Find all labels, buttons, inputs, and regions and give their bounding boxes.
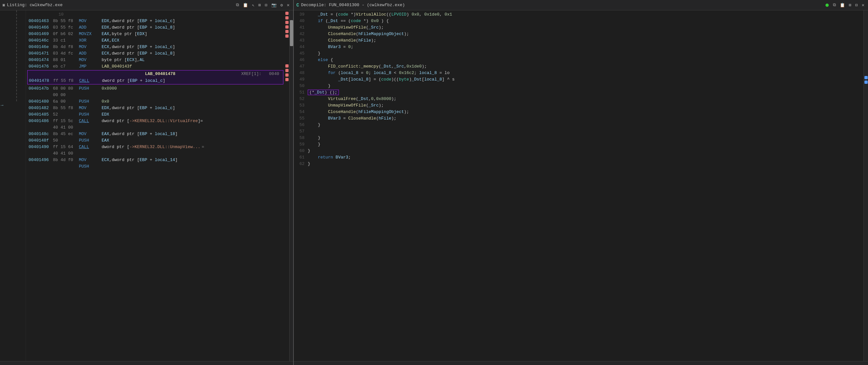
code-line-0040148c[interactable]: 0040148c 8b 45 ec MOV EAX,dword ptr [EBP… [27,130,283,137]
code-area[interactable]: 10 00401463 8b 55 f8 MOV EDX,dword ptr [… [26,10,285,361]
listing-title-bar: ▣ Listing: cwlkewfbz.exe ⧉ 📋 ↖ ⊞ ⊟ 📷 ⚙ ✕ [0,0,293,10]
code-line-continuation1: 00 00 [27,92,283,98]
dc-line-58: 58 } [297,134,861,141]
dc-line-51: 51 (*_Dst) (); [297,89,861,95]
decompile-close-btn[interactable]: ✕ [862,2,864,8]
flow-arrow-indicator: → [1,102,3,108]
code-line-0040146e[interactable]: 0040146e 8b 4d f8 MOV ECX,dword ptr [EBP… [27,43,283,50]
decompile-code-area[interactable]: 39 _Dst = (code *)VirtualAlloc((LPVOID) … [294,10,864,361]
flow-gutter: → [0,10,26,361]
code-line-00401478-call[interactable]: 00401478 ff 55 f8 CALL dword ptr [EBP + … [27,77,283,85]
decompile-right-bar [864,10,868,361]
margin-dot-10 [285,78,288,81]
margin-dot-1 [285,12,288,15]
dc-line-40: 40 if (_Dst == (code *) 0x0 ) { [297,18,861,24]
dc-line-46: 46 else { [297,57,861,63]
toolbar-settings-icon[interactable]: ⚙ [280,3,283,8]
dc-line-50: 50 } [297,83,861,89]
dc-line-62: 62 } [297,160,861,167]
dc-line-39: 39 _Dst = (code *)VirtualAlloc((LPVOID) … [297,11,861,18]
toolbar-paste-icon[interactable]: 📋 [243,3,248,8]
code-line-00401469[interactable]: 00401469 0f b6 02 MOVZX EAX,byte ptr [ED… [27,31,283,37]
listing-scrollbar[interactable] [289,10,293,361]
code-line-00401476[interactable]: 00401476 eb c7 JMP LAB_0040143f [27,63,283,69]
code-line-00401480[interactable]: 00401480 6a 00 PUSH 0x0 [27,98,283,104]
dc-line-48: 48 for (local_8 = 0; local_8 < 0x16c2; l… [297,69,861,76]
toolbar-camera-icon[interactable]: 📷 [271,3,277,8]
dc-line-47: 47 FID_conflict:_memcpy(_Dst,_Src,0x1de0… [297,63,861,69]
dc-line-59: 59 } [297,141,861,147]
flow-line [16,10,17,101]
decompile-panel: C Decompile: FUN_00401300 - (cwlkewfbz.e… [294,0,868,365]
code-line-0040147b[interactable]: 0040147b 68 00 80 PUSH 0x8000 [27,85,283,92]
listing-panel: ▣ Listing: cwlkewfbz.exe ⧉ 📋 ↖ ⊞ ⊟ 📷 ⚙ ✕… [0,0,294,365]
dc-line-54: 54 CloseHandle(hFileMappingObject); [297,109,861,115]
decompile-hscrollbar[interactable] [294,361,868,365]
dc-line-56: 56 } [297,121,861,128]
decompile-body: 39 _Dst = (code *)VirtualAlloc((LPVOID) … [294,10,868,361]
margin-dot-5 [285,30,288,33]
decompile-margin-dot-2 [864,81,868,84]
dc-line-60: 60 } [297,147,861,154]
code-line-0040148f[interactable]: 0040148f 50 PUSH EAX [27,137,283,144]
listing-close-btn[interactable]: ✕ [287,2,289,8]
code-line-00401486-call[interactable]: 00401486 ff 15 5c CALL dword ptr [->KERN… [27,118,283,124]
toolbar-table-icon[interactable]: ⊞ [258,3,261,8]
margin-dot-8 [285,69,288,72]
decompile-toolbar-icon4[interactable]: ⊟ [855,3,858,8]
code-line-00401466[interactable]: 00401466 03 55 fc ADD EDX,dword ptr [EBP… [27,24,283,31]
listing-title-text: Listing: cwlkewfbz.exe [7,3,233,7]
dc-line-52: 52 VirtualFree(_Dst,0,0x8000); [297,95,861,102]
margin-dot-7 [285,64,288,67]
label-line-00401478: LAB_00401478 XREF[1]: 0040 [27,70,283,77]
margin-dot-4 [285,25,288,29]
code-line-00401471[interactable]: 00401471 03 4d fc ADD ECX,dword ptr [EBP… [27,50,283,57]
listing-hscrollbar[interactable] [0,361,293,365]
code-line-00401485[interactable]: 00401485 52 PUSH EDX [27,111,283,118]
status-green-dot [826,4,829,7]
dc-line-57: 57 [297,128,861,134]
code-line-continuation2: 40 41 00 [27,124,283,130]
code-line-partial[interactable]: PUSH [27,163,283,170]
decompile-toolbar-icon3[interactable]: ⊞ [849,3,851,8]
dc-line-55: 55 BVar3 = CloseHandle(hFile); [297,115,861,121]
decompile-icon: C [297,3,299,8]
code-line-00401496[interactable]: 00401496 8b 4d f0 MOV ECX,dword ptr [EBP… [27,156,283,163]
margin-dot-6 [285,34,288,38]
dc-line-41: 41 UnmapViewOfFile(_Src); [297,24,861,31]
dc-line-45: 45 } [297,50,861,57]
dc-line-49: 49 _Dst[local_8] = (code)((byte)_Dst[loc… [297,76,861,83]
dc-line-43: 43 CloseHandle(hFile); [297,37,861,43]
toolbar-graph-icon[interactable]: ⊟ [265,3,268,8]
dc-highlight-box: (*_Dst) (); [308,90,339,95]
listing-body: → 10 00401463 8b 55 f8 MOV EDX,dword ptr… [0,10,293,361]
code-line-00401463[interactable]: 00401463 8b 55 f8 MOV EDX,dword ptr [EBP… [27,18,283,24]
decompile-toolbar-icon1[interactable]: ⧉ [833,3,836,7]
code-line-continuation3: 40 41 00 [27,150,283,156]
dc-line-42: 42 CloseHandle(hFileMappingObject); [297,31,861,37]
margin-dot-9 [285,73,288,77]
scrollbar-thumb[interactable] [290,20,293,46]
toolbar-cursor-icon[interactable]: ↖ [252,3,254,8]
decompile-title-text: Decompile: FUN_00401300 - (cwlkewfbz.exe… [301,3,824,7]
code-line-0040146c[interactable]: 0040146c 33 c1 XOR EAX,ECX [27,37,283,43]
line-10: 10 [27,11,283,18]
right-margin [285,10,289,361]
decompile-title-bar: C Decompile: FUN_00401300 - (cwlkewfbz.e… [294,0,868,10]
margin-dot-3 [285,21,288,24]
margin-dot-2 [285,16,288,20]
code-line-00401482[interactable]: 00401482 8b 55 f8 MOV EDX,dword ptr [EBP… [27,104,283,111]
dc-line-53: 53 UnmapViewOfFile(_Src); [297,102,861,109]
code-line-00401474[interactable]: 00401474 88 01 MOV byte ptr [ECX],AL [27,57,283,63]
toolbar-copy-icon[interactable]: ⧉ [236,3,239,7]
dc-line-61: 61 return BVar3; [297,154,861,160]
listing-icon: ▣ [3,3,5,7]
decompile-toolbar-icon2[interactable]: 📋 [840,3,845,8]
dc-line-44: 44 BVar3 = 0; [297,43,861,50]
decompile-margin-dot-1 [864,76,868,79]
code-line-00401490-call[interactable]: 00401490 ff 15 64 CALL dword ptr [->KERN… [27,144,283,150]
